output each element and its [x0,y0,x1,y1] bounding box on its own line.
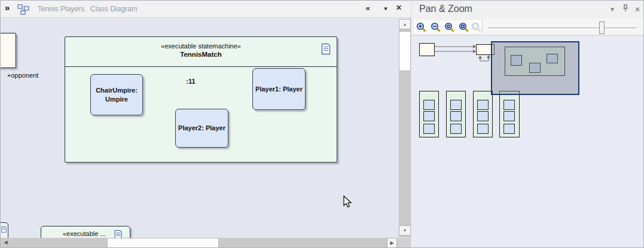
panel-menu-button[interactable]: ▾ [607,5,618,13]
object-label: Player1: Player [255,85,303,94]
horizontal-scrollbar[interactable]: ◀ ▶ [1,238,398,248]
zoom-out-button[interactable] [431,22,441,33]
scroll-down-button[interactable]: ▼ [399,225,411,235]
scrollbar-corner [398,238,411,248]
minimap-canvas[interactable] [412,35,644,248]
class-diagram-icon [17,4,29,17]
opponent-role-label: +opponent [7,72,38,79]
toolbar-separator [482,20,483,33]
zoom-slider[interactable] [488,19,639,35]
minimap-column-node[interactable] [446,91,466,137]
object-chair-umpire[interactable]: ChairUmpire: Umpire [90,74,143,115]
minimap-column-node[interactable] [499,91,520,137]
tennismatch-header: «executable statemachine» TennisMatch [65,37,337,67]
expand-panel-icon[interactable]: » [5,2,10,13]
pan-zoom-title: Pan & Zoom [419,4,472,14]
object-player2[interactable]: Player2: Player [175,109,228,148]
connector-label: :11 [178,78,204,85]
collapse-panel-button[interactable]: « [362,4,374,13]
pan-zoom-toolbar [412,19,644,35]
mouse-cursor [343,195,353,211]
object-label: Umpire [105,95,128,104]
close-diagram-button[interactable]: ✕ [393,4,405,12]
horizontal-scroll-thumb[interactable] [107,238,219,248]
zoom-normal-button[interactable] [444,22,455,33]
partial-stereotype: «executable ... [63,230,106,237]
partial-edge-frame [1,222,8,238]
minimap-class-node[interactable] [419,43,435,56]
zoom-slider-track[interactable] [488,27,636,28]
scroll-left-button[interactable]: ◀ [1,238,11,248]
object-player1[interactable]: Player1: Player [252,68,306,110]
vertical-scrollbar[interactable]: ▲ ▼ [399,19,411,237]
pin-icon[interactable] [620,4,631,14]
object-label: ChairUmpire: [96,86,138,95]
minimap-column-node[interactable] [473,91,493,137]
app-window: » Tennis Players. Class Diagram « ▾ ✕ [0,0,644,248]
linked-document-icon [114,229,122,238]
zoom-fit-button[interactable] [459,22,469,33]
opponent-class-box[interactable] [1,33,16,68]
pan-zoom-header: Pan & Zoom ▾ ✕ [412,1,644,19]
linked-document-icon [1,225,7,236]
zoom-button-strip [413,19,483,35]
statemachine-stereotype: «executable statemachine» [65,42,337,50]
pan-zoom-panel: Pan & Zoom ▾ ✕ [412,1,644,248]
zoom-disabled-button [471,22,482,33]
partial-statemachine-frame[interactable]: «executable ... [41,226,130,238]
vertical-scroll-thumb[interactable] [399,31,411,71]
linked-document-icon[interactable] [321,43,331,57]
panel-menu-button[interactable]: ▾ [380,5,392,13]
statemachine-name: TennisMatch [65,51,337,58]
close-panel-button[interactable]: ✕ [632,5,643,14]
diagram-panel-header: » Tennis Players. Class Diagram « ▾ ✕ [1,1,411,18]
diagram-panel: » Tennis Players. Class Diagram « ▾ ✕ [1,1,411,248]
minimap-column-node[interactable] [419,91,439,137]
scroll-right-button[interactable]: ▶ [387,238,397,248]
diagram-tab-title: Tennis Players. Class Diagram [38,5,138,13]
zoom-slider-handle[interactable] [599,22,605,34]
object-label: Player2: Player [178,124,225,133]
minimap-viewport-rect[interactable] [491,41,579,95]
zoom-in-button[interactable] [416,22,427,33]
diagram-canvas[interactable]: +opponent «executable statemachine» Tenn… [1,18,399,238]
scroll-up-button[interactable]: ▲ [399,19,411,29]
